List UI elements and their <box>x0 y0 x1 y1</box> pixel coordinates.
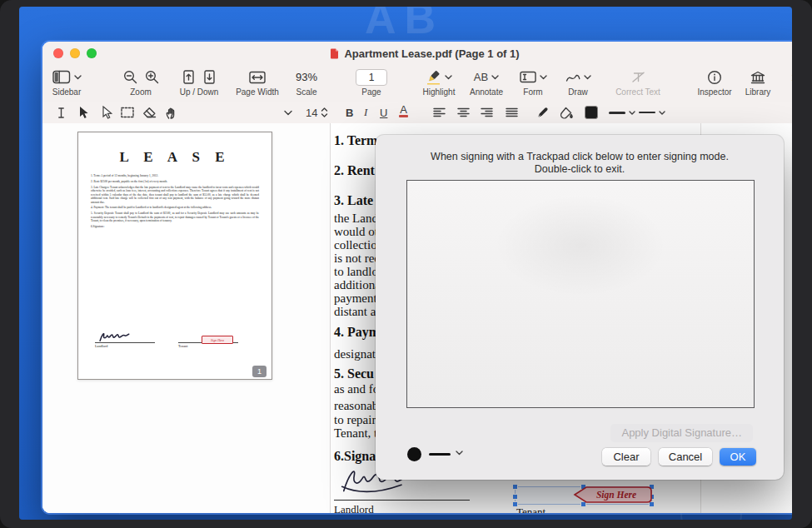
font-color-a: A <box>400 105 407 114</box>
apply-digital-signature-button[interactable]: Apply Digital Signature… <box>610 424 753 442</box>
trackpad-signing-dialog: When signing with a Trackpad click below… <box>376 135 784 480</box>
italic-button[interactable]: I <box>364 105 367 120</box>
dialog-instruction-1: When signing with a Trackpad click below… <box>376 151 784 162</box>
ok-button[interactable]: OK <box>720 448 756 466</box>
align-left-button[interactable] <box>433 105 446 120</box>
page-thumbnail[interactable]: L E A S E 1. Term: A period of 12 months… <box>77 132 272 380</box>
line-weight-dropdown[interactable] <box>609 105 635 120</box>
sign-here-flag[interactable]: Sign Here <box>572 484 654 506</box>
underline-button[interactable]: U <box>380 105 387 120</box>
toolbar-scale-label: Scale <box>296 87 316 97</box>
align-left-icon <box>433 107 446 117</box>
align-justify-button[interactable] <box>506 105 518 120</box>
annotate-ab-icon: AB <box>474 71 488 83</box>
field-handle[interactable] <box>512 484 518 490</box>
toolbar-library-label: Library <box>745 87 771 97</box>
thumb-tenant-signature: Sign Here Tenant <box>178 331 238 348</box>
chevron-down-icon <box>74 75 82 80</box>
thumb-landlord-signature: Landlord <box>95 331 155 348</box>
sidebar-icon <box>52 70 71 84</box>
select-outline-tool[interactable] <box>101 105 112 120</box>
correct-text-icon <box>631 71 645 83</box>
doc-line: 1. Term <box>334 133 377 148</box>
hand-icon <box>165 107 177 119</box>
hand-pan-tool[interactable] <box>165 105 177 120</box>
overflow-chevrons-icon[interactable]: » <box>791 70 792 84</box>
font-color-button[interactable]: A <box>399 105 408 120</box>
signature-canvas[interactable] <box>406 180 755 408</box>
doc-line: payment, <box>334 291 380 306</box>
cancel-button[interactable]: Cancel <box>659 448 712 466</box>
zoom-out-icon[interactable] <box>123 70 137 84</box>
font-color-swatch <box>399 115 408 117</box>
fill-tool[interactable] <box>560 105 574 120</box>
chevron-down-icon <box>659 111 665 115</box>
wallpaper-blueprint-text: AB <box>365 7 444 43</box>
highlighter-icon <box>426 70 441 85</box>
thumb-page-badge: 1 <box>252 366 267 377</box>
toolbar-sidebar[interactable]: Sidebar <box>42 68 107 97</box>
thumb-paragraph: 4. Payment: The tenant shall be paid to … <box>91 206 259 209</box>
zoom-in-icon[interactable] <box>145 70 159 84</box>
page-number-field[interactable]: 1 <box>356 69 387 86</box>
chevron-down-icon <box>584 75 591 80</box>
format-bar: 14 B I U A <box>42 102 792 124</box>
bold-button[interactable]: B <box>346 105 353 120</box>
eraser-tool[interactable] <box>142 105 157 120</box>
doc-line: 3. Late <box>334 193 373 208</box>
stepper-icon[interactable] <box>321 107 328 118</box>
align-right-button[interactable] <box>481 105 493 120</box>
thumb-paragraph: 5. Security Deposit: Tenant shall pay to… <box>91 212 259 222</box>
thumb-landlord-label: Landlord <box>95 344 155 348</box>
thumb-lease-title: L E A S E <box>78 149 271 166</box>
desktop-wallpaper: AB Apartment Lease.pd <box>19 7 792 520</box>
doc-line: 5. Secu <box>334 366 374 381</box>
select-tool[interactable] <box>77 105 89 120</box>
marquee-select-tool[interactable] <box>121 105 134 120</box>
tool-options-dropdown[interactable] <box>284 105 292 120</box>
page-width-icon <box>249 71 266 84</box>
chevron-down-icon <box>629 111 635 115</box>
color-swatch-black <box>585 106 598 119</box>
landlord-label: Landlord <box>334 503 374 513</box>
main-toolbar: Sidebar Zoom <box>42 65 792 102</box>
doc-line: 4. Paym <box>334 325 380 340</box>
toolbar-correct-text-label: Correct Text <box>615 87 660 97</box>
toolbar-correct-text[interactable]: Correct Text <box>598 68 678 97</box>
stroke-width-sample[interactable] <box>429 453 451 456</box>
doc-line: 2. Rent <box>334 163 375 178</box>
text-cursor-tool[interactable] <box>56 105 67 120</box>
line-style-sample <box>639 112 655 113</box>
pen-tool[interactable] <box>536 105 550 120</box>
ibeam-icon <box>56 107 67 119</box>
thumbnail-sidebar: L E A S E 1. Term: A period of 12 months… <box>42 123 331 513</box>
screenshot-frame: AB Apartment Lease.pd <box>0 0 812 528</box>
align-justify-icon <box>506 107 518 117</box>
chevron-down-icon <box>284 110 292 116</box>
pen-icon <box>536 106 550 119</box>
stroke-width-chevron-icon[interactable] <box>456 451 463 456</box>
eraser-icon <box>142 107 157 118</box>
stroke-color-well[interactable] <box>585 105 598 120</box>
form-field-icon <box>520 71 536 83</box>
font-size-control[interactable]: 14 <box>306 105 328 120</box>
toolbar-overflow[interactable]: » <box>755 68 792 86</box>
thumb-signature-block: Landlord Sign Here Tenant <box>78 331 271 372</box>
field-handle[interactable] <box>512 494 518 500</box>
cursor-arrow-filled-icon <box>77 106 89 119</box>
doc-line: 6.Signa <box>334 449 376 464</box>
page-down-icon[interactable] <box>204 70 215 84</box>
pdf-doc-icon <box>330 48 339 59</box>
scale-value[interactable]: 93% <box>296 71 317 83</box>
dashed-rect-icon <box>121 107 134 118</box>
window-header: Apartment Lease.pdf (Page 1 of 1) <box>42 42 792 102</box>
clear-button[interactable]: Clear <box>602 448 650 466</box>
page-up-icon[interactable] <box>183 70 194 84</box>
align-center-button[interactable] <box>457 105 470 120</box>
font-size-value[interactable]: 14 <box>306 107 317 119</box>
ink-color-well[interactable] <box>407 447 421 461</box>
align-center-icon <box>457 107 470 117</box>
line-style-dropdown[interactable] <box>639 105 665 120</box>
thumb-signature-squiggle <box>97 331 133 344</box>
titlebar[interactable]: Apartment Lease.pdf (Page 1 of 1) <box>42 42 792 65</box>
